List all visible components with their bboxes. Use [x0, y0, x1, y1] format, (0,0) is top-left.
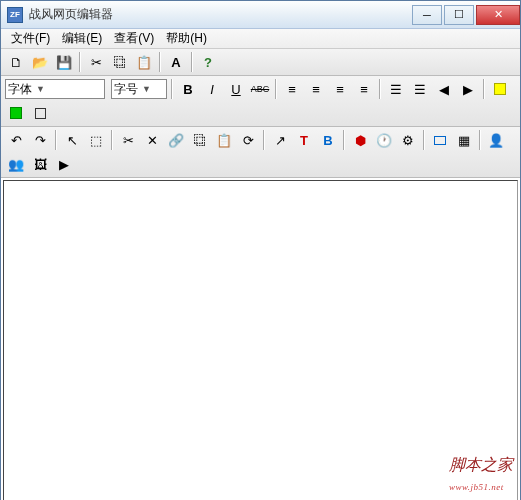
- user-icon: 👤: [488, 132, 504, 148]
- gear-icon: ⚙: [400, 132, 416, 148]
- delete-icon: ✕: [144, 132, 160, 148]
- chevron-down-icon: ▼: [36, 84, 45, 94]
- align-center-button[interactable]: ≡: [305, 78, 327, 100]
- outdent-icon: ◀: [436, 81, 452, 97]
- align-center-icon: ≡: [308, 81, 324, 97]
- separator: [423, 130, 425, 150]
- watermark: 脚本之家 www.jb51.net: [449, 455, 513, 494]
- pointer-button[interactable]: ↖: [61, 129, 83, 151]
- copy-icon: ⿻: [192, 132, 208, 148]
- image-icon: 🖼: [32, 156, 48, 172]
- new-button[interactable]: 🗋: [5, 51, 27, 73]
- indent-button[interactable]: ▶: [457, 78, 479, 100]
- copy-button[interactable]: ⿻: [109, 51, 131, 73]
- chevron-down-icon: ▼: [142, 84, 151, 94]
- cut2-button[interactable]: ✂: [117, 129, 139, 151]
- menu-file[interactable]: 文件(F): [5, 28, 56, 49]
- clock-button[interactable]: 🕐: [373, 129, 395, 151]
- font-family-label: 字体: [8, 81, 32, 98]
- align-left-icon: ≡: [284, 81, 300, 97]
- font-size-select[interactable]: 字号▼: [111, 79, 167, 99]
- insert-table-button[interactable]: ▦: [453, 129, 475, 151]
- redo-button[interactable]: ↷: [29, 129, 51, 151]
- watermark-url: www.jb51.net: [449, 482, 504, 492]
- maximize-button[interactable]: ☐: [444, 5, 474, 25]
- textbg-button[interactable]: B: [317, 129, 339, 151]
- menu-edit[interactable]: 编辑(E): [56, 28, 108, 49]
- arrow-icon: ↗: [272, 132, 288, 148]
- user1-button[interactable]: 👤: [485, 129, 507, 151]
- align-left-button[interactable]: ≡: [281, 78, 303, 100]
- font-family-select[interactable]: 字体▼: [5, 79, 105, 99]
- separator: [79, 52, 81, 72]
- delete-button[interactable]: ✕: [141, 129, 163, 151]
- help-button[interactable]: ?: [197, 51, 219, 73]
- align-right-button[interactable]: ≡: [329, 78, 351, 100]
- unordered-list-button[interactable]: ☰: [409, 78, 431, 100]
- forecolor-button[interactable]: [5, 102, 27, 124]
- cut-icon: ✂: [88, 54, 104, 70]
- strike-icon: ABC: [251, 84, 270, 94]
- cut-button[interactable]: ✂: [85, 51, 107, 73]
- clock-icon: 🕐: [376, 132, 392, 148]
- copy-icon: ⿻: [112, 54, 128, 70]
- paste-button[interactable]: 📋: [133, 51, 155, 73]
- pointer-icon: ↖: [64, 132, 80, 148]
- cut-icon: ✂: [120, 132, 136, 148]
- outdent-button[interactable]: ◀: [433, 78, 455, 100]
- undo-icon: ↶: [8, 132, 24, 148]
- strike-button[interactable]: ABC: [249, 78, 271, 100]
- separator: [483, 79, 485, 99]
- media-button[interactable]: ▶: [53, 153, 75, 175]
- paste-icon: 📋: [216, 132, 232, 148]
- bgcolor-button[interactable]: [489, 78, 511, 100]
- bug-icon: ⬢: [352, 132, 368, 148]
- select-icon: ⬚: [88, 132, 104, 148]
- font-dialog-button[interactable]: A: [165, 51, 187, 73]
- font-size-label: 字号: [114, 81, 138, 98]
- open-button[interactable]: 📂: [29, 51, 51, 73]
- ordered-list-button[interactable]: ☰: [385, 78, 407, 100]
- paste2-button[interactable]: 📋: [213, 129, 235, 151]
- box-icon: [35, 108, 46, 119]
- editor-canvas[interactable]: [3, 180, 518, 500]
- align-right-icon: ≡: [332, 81, 348, 97]
- italic-button[interactable]: I: [201, 78, 223, 100]
- redo-icon: ↷: [32, 132, 48, 148]
- image-button[interactable]: 🖼: [29, 153, 51, 175]
- bold-button[interactable]: B: [177, 78, 199, 100]
- separator: [263, 130, 265, 150]
- underline-button[interactable]: U: [225, 78, 247, 100]
- minimize-button[interactable]: ─: [412, 5, 442, 25]
- toolbar-main: 🗋 📂 💾 ✂ ⿻ 📋 A ?: [1, 49, 520, 76]
- refresh-icon: ⟳: [240, 132, 256, 148]
- bgcolor-icon: [494, 83, 506, 95]
- separator: [55, 130, 57, 150]
- select-button[interactable]: ⬚: [85, 129, 107, 151]
- link-button[interactable]: 🔗: [165, 129, 187, 151]
- align-justify-button[interactable]: ≡: [353, 78, 375, 100]
- bug-button[interactable]: ⬢: [349, 129, 371, 151]
- toolbar-insert: ↶ ↷ ↖ ⬚ ✂ ✕ 🔗 ⿻ 📋 ⟳ ↗ T B ⬢ 🕐 ⚙ ▦ 👤 👥 🖼 …: [1, 127, 520, 178]
- undo-button[interactable]: ↶: [5, 129, 27, 151]
- copy2-button[interactable]: ⿻: [189, 129, 211, 151]
- gear-button[interactable]: ⚙: [397, 129, 419, 151]
- box-button[interactable]: [29, 102, 51, 124]
- paste-icon: 📋: [136, 54, 152, 70]
- menu-view[interactable]: 查看(V): [108, 28, 160, 49]
- refresh-button[interactable]: ⟳: [237, 129, 259, 151]
- arrow-button[interactable]: ↗: [269, 129, 291, 151]
- separator: [191, 52, 193, 72]
- ordered-list-icon: ☰: [388, 81, 404, 97]
- separator: [343, 130, 345, 150]
- user2-button[interactable]: 👥: [5, 153, 27, 175]
- close-button[interactable]: ✕: [476, 5, 520, 25]
- window-title: 战风网页编辑器: [29, 6, 410, 23]
- textcolor-button[interactable]: T: [293, 129, 315, 151]
- menu-help[interactable]: 帮助(H): [160, 28, 213, 49]
- save-button[interactable]: 💾: [53, 51, 75, 73]
- indent-icon: ▶: [460, 81, 476, 97]
- app-icon: ZF: [7, 7, 23, 23]
- underline-icon: U: [231, 82, 240, 97]
- insert-rect-button[interactable]: [429, 129, 451, 151]
